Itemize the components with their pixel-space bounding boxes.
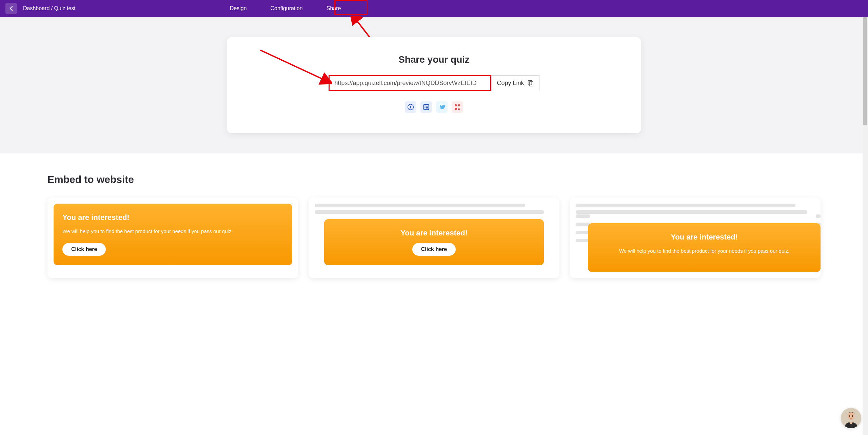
tab-configuration[interactable]: Configuration bbox=[267, 1, 306, 16]
embed-preview-3: You are interested! We will help you to … bbox=[588, 223, 821, 272]
svg-rect-11 bbox=[458, 108, 459, 109]
tab-share[interactable]: Share bbox=[323, 1, 344, 16]
skeleton-line bbox=[576, 210, 807, 214]
social-row bbox=[241, 101, 627, 113]
embed-title: Embed to website bbox=[47, 174, 821, 185]
svg-point-7 bbox=[425, 105, 425, 106]
skeleton-line bbox=[576, 204, 795, 207]
share-section: Share your quiz Copy Link bbox=[0, 17, 868, 153]
share-qr-button[interactable] bbox=[452, 101, 463, 113]
svg-rect-6 bbox=[425, 106, 425, 108]
share-twitter-button[interactable] bbox=[436, 101, 448, 113]
embed-preview-1: You are interested! We will help you to … bbox=[54, 204, 292, 265]
embed-card-heading: You are interested! bbox=[333, 229, 535, 237]
chevron-left-icon bbox=[9, 6, 13, 11]
copy-link-button[interactable]: Copy Link bbox=[491, 75, 539, 91]
svg-rect-12 bbox=[459, 108, 460, 109]
svg-rect-9 bbox=[458, 104, 460, 106]
skeleton-lines bbox=[315, 204, 553, 217]
embed-card-popup[interactable]: You are interested! We will help you to … bbox=[570, 198, 821, 278]
link-row: Copy Link bbox=[329, 75, 539, 91]
embed-card-inline[interactable]: You are interested! Click here bbox=[309, 198, 559, 278]
skeleton-line bbox=[315, 204, 525, 207]
svg-rect-14 bbox=[459, 109, 460, 110]
svg-rect-2 bbox=[529, 82, 533, 86]
share-facebook-button[interactable] bbox=[405, 101, 416, 113]
embed-card-desc: We will help you to find the best produc… bbox=[62, 227, 283, 235]
skeleton-line bbox=[315, 210, 544, 214]
twitter-icon bbox=[438, 104, 445, 110]
topbar: Dashboard / Quiz test Design Configurati… bbox=[0, 0, 868, 17]
qr-icon bbox=[454, 104, 460, 110]
facebook-icon bbox=[407, 104, 414, 110]
share-url-input[interactable] bbox=[329, 75, 491, 91]
svg-rect-10 bbox=[455, 108, 457, 110]
breadcrumb[interactable]: Dashboard / Quiz test bbox=[23, 5, 76, 12]
scrollbar-thumb[interactable] bbox=[863, 17, 867, 125]
share-card: Share your quiz Copy Link bbox=[227, 37, 641, 133]
scrollbar[interactable] bbox=[863, 17, 868, 292]
back-button[interactable] bbox=[5, 3, 17, 14]
copy-icon bbox=[528, 80, 534, 87]
annotation-arrow-to-url bbox=[258, 47, 332, 85]
embed-section: Embed to website You are interested! We … bbox=[0, 153, 868, 292]
share-linkedin-button[interactable] bbox=[420, 101, 432, 113]
tabs: Design Configuration Share bbox=[226, 1, 344, 16]
share-title: Share your quiz bbox=[241, 54, 627, 65]
embed-card-cta[interactable]: Click here bbox=[62, 243, 106, 256]
embed-cards: You are interested! We will help you to … bbox=[47, 198, 821, 278]
skeleton-line bbox=[576, 214, 590, 218]
copy-link-label: Copy Link bbox=[497, 80, 524, 87]
svg-rect-8 bbox=[455, 104, 457, 106]
embed-card-cta[interactable]: Click here bbox=[412, 243, 456, 256]
skeleton-line bbox=[816, 214, 821, 218]
tab-design[interactable]: Design bbox=[226, 1, 250, 16]
embed-preview-2: You are interested! Click here bbox=[324, 219, 544, 265]
embed-card-desc: We will help you to find the best produc… bbox=[597, 247, 812, 255]
linkedin-icon bbox=[423, 104, 430, 110]
skeleton-lines bbox=[576, 204, 814, 214]
embed-card-heading: You are interested! bbox=[597, 233, 812, 242]
embed-card-heading: You are interested! bbox=[62, 213, 283, 222]
embed-card-fullpage[interactable]: You are interested! We will help you to … bbox=[47, 198, 298, 278]
svg-rect-13 bbox=[458, 109, 459, 110]
svg-rect-3 bbox=[528, 80, 532, 85]
